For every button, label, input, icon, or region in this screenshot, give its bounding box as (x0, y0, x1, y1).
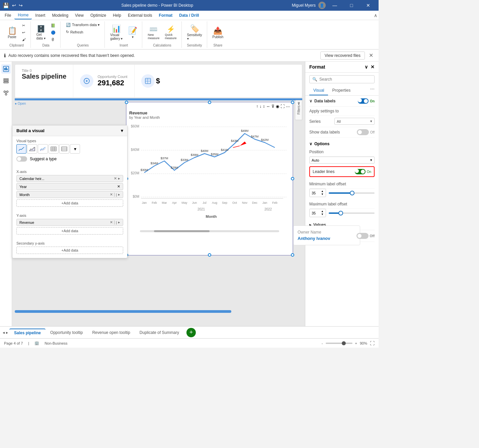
x-axis-add-data[interactable]: +Add data (16, 199, 123, 207)
app-save-icon[interactable]: 💾 (3, 2, 9, 9)
chip-x-year[interactable]: ✕ (117, 184, 120, 189)
scrollbar-thumb[interactable] (154, 230, 210, 232)
chart-more-icon[interactable]: ··· (286, 104, 290, 109)
tab-duplicate-summary[interactable]: Duplicate of Summary (135, 329, 184, 336)
menu-optimize[interactable]: Optimize (87, 12, 109, 19)
tab-more-icon[interactable]: ··· (370, 86, 375, 95)
minimize-button[interactable]: — (327, 0, 342, 11)
max-offset-thumb[interactable] (338, 211, 343, 215)
menu-home[interactable]: Home (14, 11, 32, 19)
page-next-btn[interactable]: ▸ (6, 330, 8, 335)
handle-tc[interactable] (208, 101, 211, 104)
menu-data-drill[interactable]: Data / Drill (176, 12, 202, 19)
min-offset-thumb[interactable] (350, 191, 354, 195)
notification-close-icon[interactable]: ✕ (368, 52, 375, 59)
menu-file[interactable]: File (1, 12, 14, 19)
sensitivity-button[interactable]: 🏷️ Sensitivity▾ (185, 23, 204, 42)
transform-data-button[interactable]: 🔄 Transform data ▾ (64, 22, 102, 28)
maximize-button[interactable]: □ (344, 0, 359, 11)
get-data-button[interactable]: 🗄️ Getdata ▾ (34, 23, 48, 41)
zoom-thumb[interactable] (342, 341, 346, 345)
redo-icon[interactable]: ↪ (19, 3, 23, 8)
position-select[interactable]: Auto ▾ (309, 157, 375, 164)
tab-sales-pipeline[interactable]: Sales pipeline (9, 329, 46, 337)
vt-more[interactable]: ▾ (70, 144, 80, 154)
min-offset-up[interactable]: ▲ (321, 190, 324, 193)
min-offset-slider[interactable] (329, 192, 375, 194)
handle-bc[interactable] (208, 253, 211, 257)
ribbon-collapse-btn[interactable]: ∧ (374, 13, 377, 18)
chart-filter-icon[interactable]: ⊽ (271, 104, 274, 109)
leader-lines-toggle[interactable] (355, 169, 366, 174)
paste-button[interactable]: 📋 Paste (5, 25, 19, 40)
close-button[interactable]: ✕ (361, 0, 376, 11)
suggest-toggle[interactable] (16, 156, 27, 162)
options-header[interactable]: ∨ Options (309, 140, 375, 148)
data-labels-header[interactable]: ∨ Data labels On (309, 96, 375, 107)
view-recovered-files-button[interactable]: View recovered files (320, 52, 365, 60)
menu-modeling[interactable]: Modeling (49, 12, 72, 19)
zoom-slider[interactable] (326, 343, 352, 344)
handle-br[interactable] (291, 253, 294, 257)
vt-stacked-chart[interactable] (38, 144, 48, 154)
chart-expand-icon[interactable]: ↕ (263, 104, 265, 109)
max-offset-slider[interactable] (329, 212, 375, 214)
search-box[interactable]: 🔍 (309, 75, 375, 83)
sidebar-data-icon[interactable] (1, 76, 11, 86)
menu-insert[interactable]: Insert (32, 12, 49, 19)
menu-help[interactable]: Help (109, 12, 125, 19)
refresh-button[interactable]: ↻ Refresh (64, 29, 85, 35)
visual-gallery-button[interactable]: 📊 Visualgallery ▾ (108, 23, 125, 42)
max-offset-down[interactable]: ▼ (321, 213, 324, 216)
chart-collapse-icon[interactable]: ↔ (266, 104, 270, 109)
new-measure-button[interactable]: ⌨️ Newmeasure (146, 24, 161, 41)
excel-button[interactable]: 📗 (49, 23, 58, 28)
zoom-in-btn[interactable]: + (355, 341, 357, 345)
chart-visual[interactable]: ↑ ↓ ↕ ↔ ⊽ ◉ ⛶ ··· Revenue by Year and Mo… (126, 102, 293, 256)
menu-view[interactable]: View (72, 12, 87, 19)
y-axis-chip-revenue[interactable]: Revenue ✕ | ▸ (16, 219, 123, 226)
series-select[interactable]: All ▾ (334, 118, 375, 125)
undo-ribbon-button[interactable]: ↩ (20, 30, 28, 35)
background-toggle[interactable] (356, 233, 369, 239)
secondary-y-add-data[interactable]: +Add data (16, 247, 123, 254)
tab-properties[interactable]: Properties (328, 86, 354, 95)
y-axis-add-data[interactable]: +Add data (16, 227, 123, 235)
menu-external-tools[interactable]: External tools (125, 12, 156, 19)
filters-tab[interactable]: Filters ⊽ (295, 100, 302, 120)
cut-button[interactable]: ✂ (20, 23, 28, 28)
page-prev-btn[interactable]: ◂ (3, 330, 5, 335)
chart-scroll-up-icon[interactable]: ↑ (256, 104, 258, 109)
max-offset-input[interactable]: 35 ▲ ▼ (309, 209, 326, 217)
x-axis-chip-calendar[interactable]: Calendar heir... ✕ ▸ (16, 175, 123, 182)
sidebar-report-icon[interactable] (1, 64, 11, 74)
more-visuals-button[interactable]: 📝 ▾ (126, 25, 139, 40)
menu-format[interactable]: Format (156, 12, 176, 19)
chart-highlight-icon[interactable]: ◉ (276, 104, 279, 109)
min-offset-input[interactable]: 35 ▲ ▼ (309, 189, 326, 197)
user-avatar[interactable]: 👤 (318, 2, 326, 9)
format-painter-button[interactable]: 🖌 (20, 37, 28, 42)
chip-x-revenue[interactable]: ✕ (110, 220, 113, 225)
vt-area-chart[interactable] (27, 144, 37, 154)
add-page-button[interactable]: + (186, 328, 196, 337)
sidebar-model-icon[interactable] (1, 88, 11, 98)
fit-page-icon[interactable]: ⛶ (370, 341, 375, 346)
tab-opportunity-tooltip[interactable]: Opportunity tooltip (46, 329, 87, 336)
show-data-labels-toggle[interactable] (357, 129, 369, 135)
data-labels-toggle[interactable] (358, 98, 369, 104)
handle-tl[interactable] (125, 101, 128, 104)
panel-collapse-icon[interactable]: ▾ (121, 128, 123, 133)
sql-button[interactable]: 🛢 (49, 37, 58, 42)
handle-tr[interactable] (291, 101, 294, 104)
format-close-icon[interactable]: ✕ (371, 64, 375, 70)
vt-table[interactable] (49, 144, 59, 154)
max-offset-up[interactable]: ▲ (321, 210, 324, 213)
vt-matrix[interactable] (59, 144, 69, 154)
tab-visual[interactable]: Visual (309, 86, 328, 95)
vt-line-chart[interactable] (16, 144, 26, 154)
chart-scrollbar[interactable] (140, 230, 279, 232)
chip-arrow-month[interactable]: ▸ (118, 192, 120, 197)
chip-arrow-revenue[interactable]: ▸ (118, 220, 120, 225)
undo-icon[interactable]: ↩ (12, 3, 16, 8)
